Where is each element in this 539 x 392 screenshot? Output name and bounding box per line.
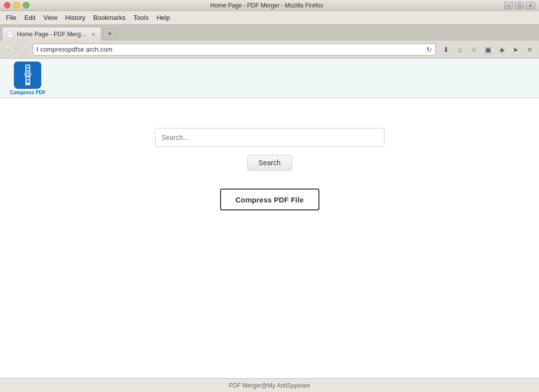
tab-bar: 📄 Home Page - PDF Merg… × + (0, 25, 539, 41)
window-controls (4, 2, 29, 8)
address-input-wrap: ℹ ↻ (33, 44, 436, 56)
active-tab[interactable]: 📄 Home Page - PDF Merg… × (2, 27, 101, 41)
tab-close-button[interactable]: × (90, 31, 97, 38)
home-icon[interactable]: ⌂ (454, 43, 466, 56)
tab-favicon: 📄 (6, 31, 14, 38)
send-tab-icon[interactable]: ➤ (509, 43, 522, 56)
reload-button[interactable]: ↻ (426, 46, 432, 54)
svg-rect-9 (26, 73, 30, 75)
toolbar-icons: ⬇ ⌂ ☆ ▣ ◈ ➤ ≡ (440, 43, 536, 56)
bookmark-star-icon[interactable]: ☆ (467, 43, 480, 56)
window-title: Home Page - PDF Merger - Mozilla Firefox (29, 2, 504, 9)
menu-tools[interactable]: Tools (130, 12, 153, 23)
pocket-icon[interactable]: ◈ (495, 43, 508, 56)
compress-pdf-button[interactable]: Compress PDF File (220, 189, 319, 210)
security-icon: ℹ (36, 46, 38, 53)
menu-history[interactable]: History (61, 12, 89, 23)
address-input[interactable] (40, 46, 424, 53)
svg-rect-6 (26, 77, 29, 79)
search-input[interactable] (155, 128, 385, 147)
svg-rect-7 (26, 80, 29, 82)
title-ctrl-1[interactable]: – (504, 2, 513, 9)
footer-text: PDF Merger@My AntiSpyware (229, 382, 310, 389)
back-button[interactable]: ← (3, 43, 16, 56)
svg-rect-3 (26, 68, 29, 70)
search-section: Search Compress PDF File (155, 128, 385, 210)
address-bar: ← → ℹ ↻ ⬇ ⌂ ☆ ▣ ◈ ➤ ≡ (0, 41, 539, 59)
svg-rect-2 (26, 65, 29, 67)
tab-label: Home Page - PDF Merg… (17, 31, 87, 38)
menu-bookmarks[interactable]: Bookmarks (89, 12, 130, 23)
download-icon[interactable]: ⬇ (440, 43, 453, 56)
menu-edit[interactable]: Edit (20, 12, 39, 23)
title-ctrl-2[interactable]: □ (515, 2, 524, 9)
menu-bar: File Edit View History Bookmarks Tools H… (0, 11, 539, 25)
page-header: Compress PDF (0, 59, 539, 98)
title-bar-right: – □ × (504, 2, 535, 9)
main-content: Search Compress PDF File (0, 98, 539, 378)
title-ctrl-3[interactable]: × (526, 2, 535, 9)
logo-text: Compress PDF (10, 90, 46, 95)
menu-help[interactable]: Help (153, 12, 174, 23)
logo-icon (14, 62, 41, 89)
forward-button[interactable]: → (18, 43, 31, 56)
title-bar: Home Page - PDF Merger - Mozilla Firefox… (0, 0, 539, 11)
minimize-button[interactable] (13, 2, 20, 8)
menu-file[interactable]: File (2, 12, 20, 23)
maximize-button[interactable] (23, 2, 29, 8)
menu-icon[interactable]: ≡ (523, 43, 536, 56)
new-tab-button[interactable]: + (103, 28, 116, 39)
reading-list-icon[interactable]: ▣ (481, 43, 494, 56)
menu-view[interactable]: View (39, 12, 61, 23)
logo-container: Compress PDF (10, 62, 46, 95)
logo-svg (15, 63, 40, 87)
search-button[interactable]: Search (247, 155, 292, 171)
footer: PDF Merger@My AntiSpyware (0, 378, 539, 392)
close-button[interactable] (4, 2, 10, 8)
